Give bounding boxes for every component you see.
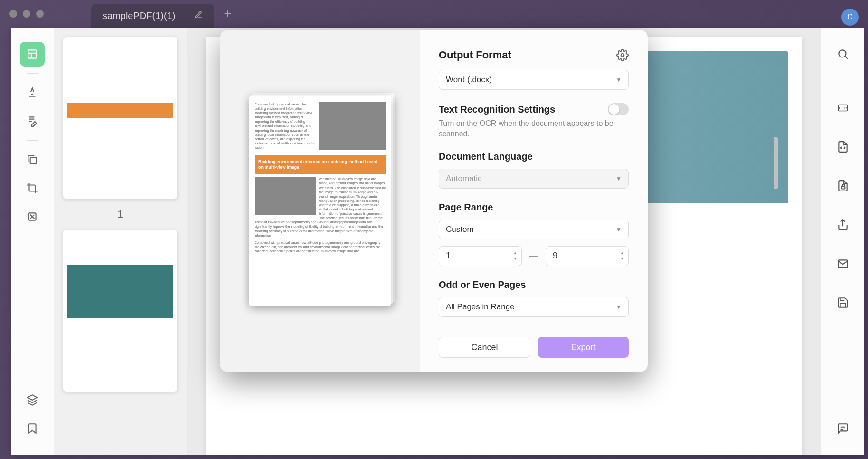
page-from-input[interactable]: 1 ▲ ▼ <box>439 246 522 266</box>
document-language-label: Document Language <box>439 151 629 162</box>
chevron-down-icon: ▼ <box>616 226 622 233</box>
page-to-input[interactable]: 9 ▲ ▼ <box>546 246 629 266</box>
svg-point-8 <box>621 54 624 57</box>
range-separator: — <box>529 251 538 261</box>
odd-even-select[interactable]: All Pages in Range ▼ <box>439 297 629 317</box>
document-language-select: Automatic ▼ <box>439 169 629 189</box>
chevron-down-icon: ▼ <box>616 175 622 182</box>
ocr-helper-text: Turn on the OCR when the document appear… <box>439 118 629 140</box>
chevron-down-icon: ▼ <box>616 76 622 83</box>
output-format-label: Output Format <box>439 49 511 61</box>
odd-even-label: Odd or Even Pages <box>439 279 629 290</box>
preview-page-stack: Combined with practical cases, the build… <box>249 96 391 306</box>
stepper-up-icon[interactable]: ▲ <box>619 251 625 256</box>
preview-title-band: Building environment information modelin… <box>255 155 386 174</box>
stepper-down-icon[interactable]: ▼ <box>619 257 625 261</box>
page-range-mode-select[interactable]: Custom ▼ <box>439 220 629 239</box>
export-preview-pane: Combined with practical cases, the build… <box>220 30 420 372</box>
modal-backdrop: Combined with practical cases, the build… <box>3 16 865 455</box>
chevron-down-icon: ▼ <box>616 304 622 310</box>
output-format-select[interactable]: Word (.docx) ▼ <box>439 70 629 90</box>
page-range-label: Page Range <box>439 202 629 213</box>
cancel-button[interactable]: Cancel <box>439 337 530 358</box>
export-form: Output Format Word (.docx) ▼ Text Recogn… <box>420 30 648 372</box>
stepper-up-icon[interactable]: ▲ <box>512 251 519 256</box>
text-recognition-label: Text Recognition Settings <box>439 104 555 115</box>
settings-icon[interactable] <box>616 49 629 61</box>
app-content: 1 s a position, color, and s falling on … <box>11 28 864 455</box>
export-button[interactable]: Export <box>538 337 629 358</box>
ocr-toggle[interactable] <box>608 103 629 115</box>
export-modal: Combined with practical cases, the build… <box>220 30 648 372</box>
stepper-down-icon[interactable]: ▼ <box>512 257 519 261</box>
